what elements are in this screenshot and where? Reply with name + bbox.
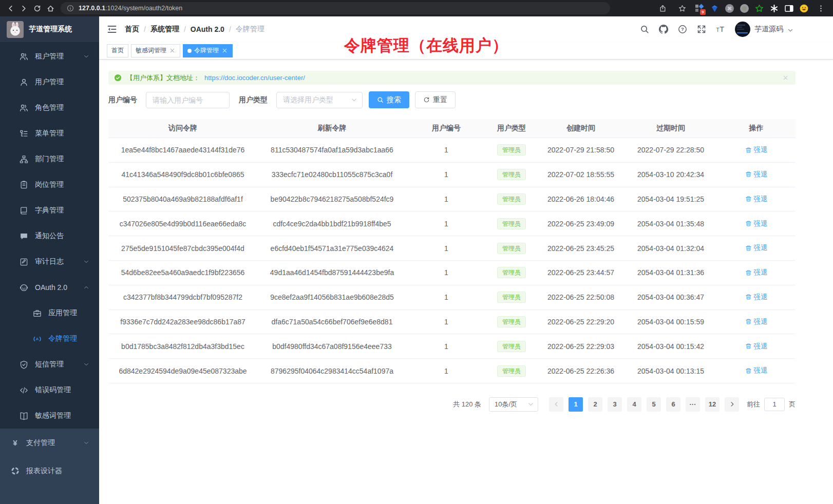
page-button-12[interactable]: 12 — [705, 397, 720, 412]
page-size-select[interactable]: 10条/页 — [489, 397, 538, 412]
user-type-tag: 管理员 — [497, 316, 526, 327]
force-logout-button[interactable]: 强退 — [745, 243, 768, 253]
sidebar-item-tenant[interactable]: 租户管理 — [0, 44, 99, 69]
address-bar[interactable]: 127.0.0.1:1024/system/oauth2/token — [61, 2, 610, 14]
sidebar-item-user[interactable]: 用户管理 — [0, 69, 99, 95]
page-button-6[interactable]: 6 — [666, 397, 680, 412]
sidebar-item-pay[interactable]: ¥支付管理 — [0, 429, 99, 457]
next-page-button[interactable] — [725, 397, 739, 412]
close-icon[interactable] — [169, 47, 176, 54]
extension-star-icon[interactable] — [755, 4, 764, 13]
force-logout-button[interactable]: 强退 — [745, 219, 768, 228]
force-logout-button[interactable]: 强退 — [745, 366, 768, 375]
sidebar-item-audit-log[interactable]: 审计日志 — [0, 249, 99, 275]
table-row: 1ea5e44f8bc1467aaede43144f31de76811c5304… — [108, 138, 796, 163]
page-button-3[interactable]: 3 — [608, 397, 622, 412]
sidebar-item-sms[interactable]: 短信管理 — [0, 352, 99, 377]
share-button[interactable] — [656, 2, 669, 14]
user-type-tag: 管理员 — [497, 169, 526, 180]
sidebar-item-oauth2[interactable]: OAuth 2.0 — [0, 275, 99, 300]
force-logout-button[interactable]: 强退 — [745, 268, 768, 277]
trash-icon — [745, 294, 752, 300]
user-type-select[interactable]: 请选择用户类型 — [276, 92, 363, 108]
page-button-5[interactable]: 5 — [647, 397, 661, 412]
sidebar-item-dict[interactable]: 字典管理 — [0, 198, 99, 223]
breadcrumb-item[interactable]: OAuth 2.0 — [191, 25, 224, 33]
force-logout-button[interactable]: 强退 — [745, 195, 768, 204]
browser-back-button[interactable] — [4, 2, 16, 14]
extension-sidepanel-icon[interactable] — [785, 4, 793, 13]
svg-text:¥: ¥ — [13, 439, 17, 447]
force-logout-button[interactable]: 强退 — [745, 145, 768, 154]
page-button-2[interactable]: 2 — [588, 397, 602, 412]
sidebar-item-role[interactable]: 角色管理 — [0, 95, 99, 121]
profile-emoji-icon[interactable] — [800, 4, 808, 13]
breadcrumb-item[interactable]: 首页 — [125, 25, 139, 34]
search-button[interactable]: 搜索 — [369, 91, 409, 108]
check-circle-icon — [114, 74, 122, 82]
close-icon[interactable] — [221, 47, 228, 54]
search-icon — [377, 96, 384, 103]
browser-menu-button[interactable] — [815, 2, 827, 14]
sidebar-item-notice[interactable]: 通知公告 — [0, 223, 99, 249]
page-button-1[interactable]: 1 — [569, 397, 583, 412]
github-icon[interactable] — [659, 25, 668, 34]
sidebar-item-error-code[interactable]: 错误码管理 — [0, 377, 99, 403]
svg-text:T: T — [716, 27, 720, 33]
tab-sensitive-word[interactable]: 敏感词管理 — [131, 44, 180, 57]
search-icon[interactable] — [640, 25, 649, 34]
sidebar-collapse-button[interactable] — [107, 24, 117, 34]
fullscreen-icon[interactable] — [697, 25, 706, 34]
cell-user-id: 1 — [407, 367, 486, 375]
extension-record-icon[interactable] — [740, 4, 749, 13]
browser-forward-button[interactable] — [17, 2, 30, 14]
sidebar-item-label: 部门管理 — [35, 154, 64, 164]
font-size-icon[interactable]: TT — [716, 25, 725, 34]
user-id-input[interactable] — [146, 92, 230, 108]
more-pages-button[interactable]: ··· — [686, 397, 700, 412]
sidebar-item-oauth2-token[interactable]: A令牌管理 — [0, 326, 99, 352]
cell-expire-time: 2054-03-04 19:51:25 — [624, 195, 717, 203]
cell-created-time: 2022-07-29 21:58:50 — [537, 146, 624, 154]
reset-button[interactable]: 重置 — [415, 91, 456, 108]
sidebar-item-menu[interactable]: 菜单管理 — [0, 121, 99, 146]
alert-close-icon[interactable] — [782, 74, 789, 81]
force-logout-button[interactable]: 强退 — [745, 170, 768, 179]
cell-user-id: 1 — [407, 170, 486, 179]
bookmark-star-button[interactable] — [676, 2, 688, 14]
breadcrumb-item[interactable]: 系统管理 — [150, 25, 179, 34]
trash-icon — [745, 171, 752, 178]
cell-refresh-token: dfa6c71a50a54c66bef706ef9e6e8d81 — [257, 318, 407, 326]
goto-page-input[interactable] — [764, 398, 785, 411]
chevron-down-icon — [527, 401, 534, 408]
site-info-icon[interactable] — [67, 5, 74, 12]
sidebar-item-sensitive-word[interactable]: 敏感词管理 — [0, 403, 99, 429]
sidebar-item-report-designer[interactable]: 报表设计器 — [0, 457, 99, 485]
cell-action: 强退 — [717, 268, 796, 278]
extension-command-icon[interactable]: ⌘ — [725, 4, 734, 13]
browser-home-button[interactable] — [44, 2, 56, 14]
sidebar-item-dept[interactable]: 部门管理 — [0, 146, 99, 172]
extension-blocks-icon[interactable]: 9 — [695, 4, 704, 13]
browser-reload-button[interactable] — [31, 2, 43, 14]
page-button-4[interactable]: 4 — [627, 397, 641, 412]
cell-refresh-token: e6cfd40eb1f54571a31e775e039c4624 — [257, 244, 407, 253]
tab-home[interactable]: 首页 — [107, 44, 128, 57]
tab-token[interactable]: 令牌管理 — [183, 44, 233, 57]
cell-created-time: 2022-06-26 18:04:46 — [537, 195, 624, 203]
app-logo[interactable]: 芋道管理系统 — [0, 16, 99, 42]
extension-gem-icon[interactable] — [710, 4, 719, 13]
user-menu[interactable]: 芋道源码 — [735, 22, 793, 37]
help-icon[interactable]: ? — [678, 25, 687, 34]
table-row: c347026e805e4d99b0d116eae66eda8ccdfc4ce9… — [108, 211, 796, 236]
force-logout-button[interactable]: 强退 — [745, 342, 768, 351]
user-type-tag: 管理员 — [497, 267, 526, 278]
alert-link[interactable]: https://doc.iocoder.cn/user-center/ — [204, 74, 305, 82]
prev-page-button[interactable] — [549, 397, 563, 412]
sidebar-item-oauth2-app[interactable]: 应用管理 — [0, 300, 99, 326]
force-logout-button[interactable]: 强退 — [745, 317, 768, 326]
sidebar: 芋道管理系统 租户管理用户管理角色管理菜单管理部门管理岗位管理字典管理通知公告审… — [0, 16, 99, 504]
sidebar-item-post[interactable]: 岗位管理 — [0, 172, 99, 198]
force-logout-button[interactable]: 强退 — [745, 293, 768, 302]
extension-flower-icon[interactable] — [770, 4, 779, 13]
